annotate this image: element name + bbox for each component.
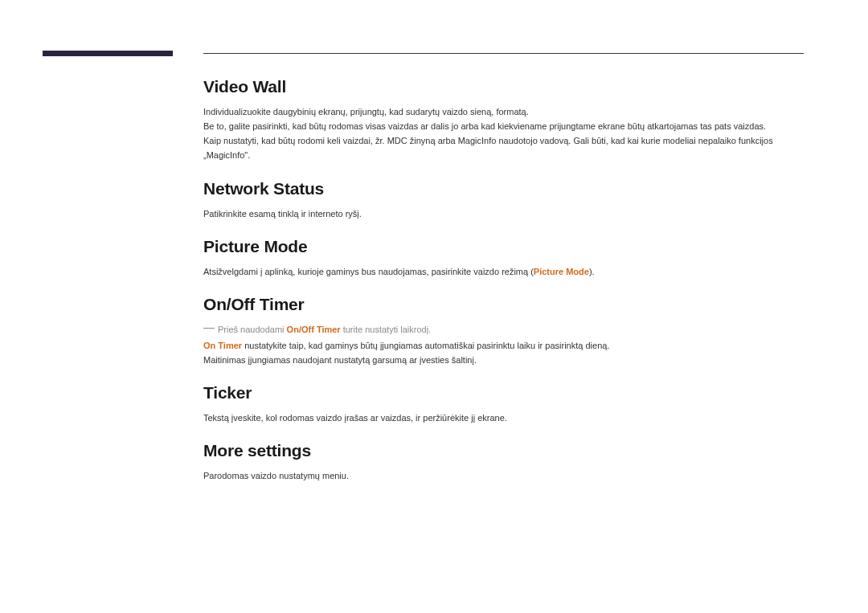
heading-on-off-timer: On/Off Timer <box>203 295 804 314</box>
emphasized-term: Picture Mode <box>534 267 589 276</box>
paragraph: On Timer nustatykite taip, kad gaminys b… <box>203 338 804 353</box>
section-video-wall: Video Wall Individualizuokite daugybinių… <box>203 77 804 163</box>
section-picture-mode: Picture Mode Atsižvelgdami į aplinką, ku… <box>203 237 804 279</box>
text-fragment: turite nustatyti laikrodį. <box>341 325 432 334</box>
text-fragment: nustatykite taip, kad gaminys būtų įjung… <box>242 341 609 350</box>
paragraph: Individualizuokite daugybinių ekranų, pr… <box>203 104 804 119</box>
heading-ticker: Ticker <box>203 383 804 403</box>
paragraph: Be to, galite pasirinkti, kad būtų rodom… <box>203 119 804 133</box>
section-ticker: Ticker Tekstą įveskite, kol rodomas vaiz… <box>203 383 804 425</box>
heading-network-status: Network Status <box>203 179 804 198</box>
document-content: Video Wall Individualizuokite daugybinių… <box>203 77 804 500</box>
emphasized-term: On Timer <box>203 341 242 350</box>
text-fragment: ). <box>589 267 595 276</box>
paragraph: Tekstą įveskite, kol rodomas vaizdo įraš… <box>203 411 804 425</box>
text-fragment: Atsižvelgdami į aplinką, kurioje gaminys… <box>203 267 534 276</box>
emphasized-term: On/Off Timer <box>287 325 341 334</box>
horizontal-rule <box>203 53 804 54</box>
heading-picture-mode: Picture Mode <box>203 237 804 256</box>
note-dash-icon <box>203 328 215 329</box>
paragraph: Atsižvelgdami į aplinką, kurioje gaminys… <box>203 264 804 279</box>
paragraph: Maitinimas įjungiamas naudojant nustatyt… <box>203 353 804 367</box>
paragraph: Patikrinkite esamą tinklą ir interneto r… <box>203 206 804 221</box>
heading-more-settings: More settings <box>203 441 804 460</box>
section-on-off-timer: On/Off Timer Prieš naudodami On/Off Time… <box>203 295 804 367</box>
section-more-settings: More settings Parodomas vaizdo nustatymų… <box>203 441 804 483</box>
note-line: Prieš naudodami On/Off Timer turite nust… <box>203 322 804 337</box>
heading-video-wall: Video Wall <box>203 77 804 96</box>
page-tab-indicator <box>43 51 173 56</box>
paragraph: Kaip nustatyti, kad būtų rodomi keli vai… <box>203 133 804 162</box>
text-fragment: Prieš naudodami <box>218 325 287 334</box>
section-network-status: Network Status Patikrinkite esamą tinklą… <box>203 179 804 221</box>
paragraph: Parodomas vaizdo nustatymų meniu. <box>203 468 804 483</box>
